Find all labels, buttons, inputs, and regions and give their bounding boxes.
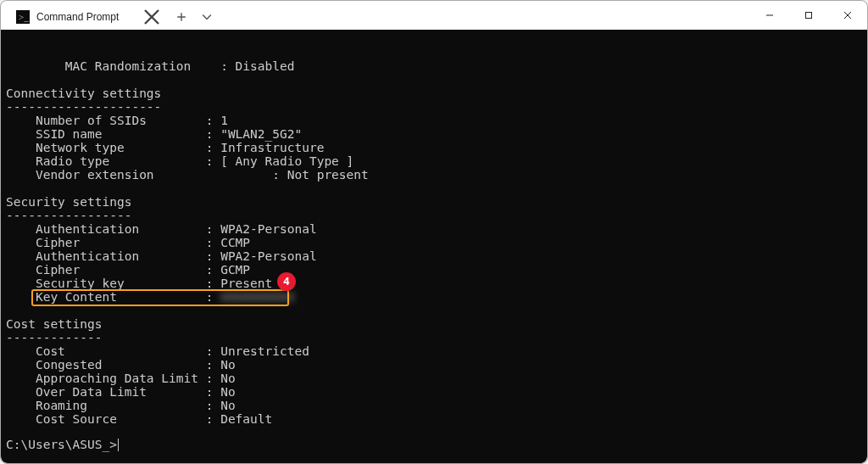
- output-row: Key Content : XXXXXXXXX: [6, 291, 862, 305]
- blank-line: [6, 74, 862, 87]
- output-row: Cipher : GCMP: [6, 264, 862, 277]
- minimize-icon: [765, 11, 774, 20]
- output-row: Network type : Infrastructure: [6, 142, 862, 155]
- prompt-text: C:\Users\ASUS_>: [6, 439, 117, 452]
- output-row: Radio type : [ Any Radio Type ]: [6, 155, 862, 169]
- output-row: Over Data Limit : No: [6, 386, 862, 400]
- tab-command-prompt[interactable]: >_ Command Prompt: [8, 4, 169, 30]
- svg-text:>_: >_: [19, 12, 29, 22]
- plus-icon: [176, 12, 186, 22]
- close-button[interactable]: [828, 1, 867, 30]
- window-controls: [750, 1, 867, 30]
- output-row: Authentication : WPA2-Personal: [6, 250, 862, 264]
- output-row: Approaching Data Limit : No: [6, 372, 862, 386]
- output-row: Cost Source : Default: [6, 413, 862, 427]
- output-row: Roaming : No: [6, 400, 862, 413]
- section-title: Cost settings: [6, 318, 862, 332]
- terminal-icon: >_: [16, 10, 30, 24]
- minimize-button[interactable]: [750, 1, 789, 30]
- maximize-button[interactable]: [789, 1, 828, 30]
- blank-line: [6, 182, 862, 196]
- output-row: Cost : Unrestricted: [6, 345, 862, 359]
- step-badge: 4: [277, 272, 296, 291]
- row-value: XXXXXXXXX: [220, 290, 295, 304]
- close-icon: [843, 11, 852, 20]
- output-row: Number of SSIDs : 1: [6, 115, 862, 128]
- terminal-output[interactable]: MAC Randomization : Disabled Connectivit…: [1, 30, 867, 463]
- chevron-down-icon: [202, 12, 212, 22]
- maximize-icon: [804, 11, 813, 20]
- output-row: Congested : No: [6, 359, 862, 372]
- titlebar-drag-area[interactable]: [220, 1, 750, 30]
- blank-line: [6, 305, 862, 318]
- svg-rect-2: [806, 13, 812, 19]
- section-divider: -----------------: [6, 210, 862, 223]
- row-separator: :: [198, 290, 220, 304]
- section-divider: -------------: [6, 332, 862, 345]
- row-key: Key Content: [6, 290, 198, 304]
- tabs-area: >_ Command Prompt: [1, 1, 220, 30]
- section-divider: ---------------------: [6, 101, 862, 115]
- cursor: [118, 439, 119, 451]
- output-row: Cipher : CCMP: [6, 237, 862, 250]
- output-row: MAC Randomization : Disabled: [6, 60, 862, 74]
- output-row: Authentication : WPA2-Personal: [6, 223, 862, 237]
- output-row: SSID name : "WLAN2_5G2": [6, 128, 862, 142]
- section-title: Security settings: [6, 196, 862, 210]
- tab-dropdown-button[interactable]: [194, 4, 220, 30]
- titlebar: >_ Command Prompt: [1, 1, 867, 30]
- output-row: Vendor extension : Not present: [6, 169, 862, 182]
- section-title: Connectivity settings: [6, 87, 862, 101]
- new-tab-button[interactable]: [169, 4, 194, 30]
- tab-close-button[interactable]: [143, 8, 160, 25]
- prompt-line[interactable]: C:\Users\ASUS_>: [6, 439, 862, 452]
- tab-title: Command Prompt: [36, 11, 119, 23]
- output-row: Security key : Present: [6, 277, 862, 291]
- close-icon: [143, 8, 160, 25]
